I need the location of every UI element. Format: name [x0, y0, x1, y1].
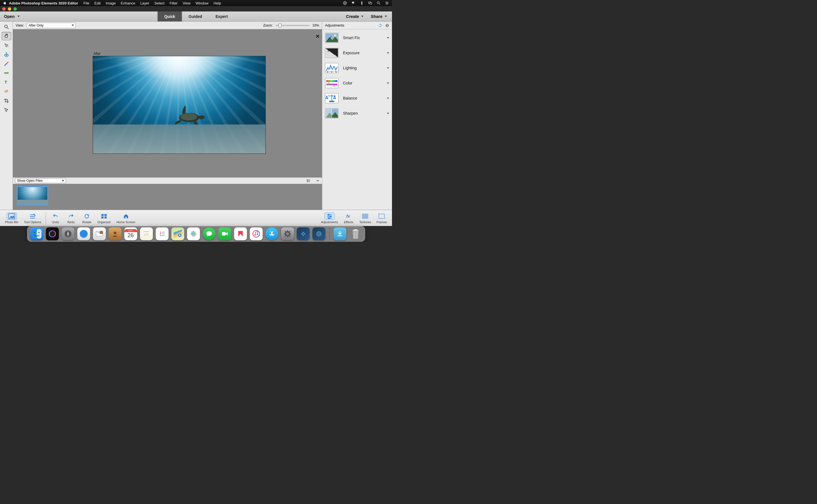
shelf-adjustments[interactable]: Adjustments	[321, 213, 338, 224]
shelf-home-screen[interactable]: Home Screen	[116, 213, 135, 224]
svg-point-36	[307, 180, 308, 181]
open-label: Open	[4, 14, 15, 19]
dock-calendar[interactable]: OCT26	[124, 227, 137, 240]
shelf-rotate[interactable]: Rotate	[82, 213, 92, 224]
svg-point-87	[49, 231, 55, 237]
window-minimize-button[interactable]	[8, 7, 11, 11]
window-maximize-button[interactable]	[13, 7, 17, 11]
svg-point-102	[160, 235, 161, 236]
type-tool[interactable]: T	[2, 78, 11, 86]
zoom-slider-thumb[interactable]	[278, 23, 282, 27]
dock-contacts[interactable]	[109, 227, 121, 240]
dock-pse-editor[interactable]	[313, 227, 325, 240]
menu-edit[interactable]: Edit	[94, 1, 100, 5]
tab-expert[interactable]: Expert	[209, 11, 235, 22]
dock-news[interactable]	[234, 227, 247, 240]
photo-bin-thumbnail[interactable]	[17, 186, 48, 205]
shelf-photo-bin[interactable]: Photo Bin	[5, 213, 18, 224]
dock-pse-organizer[interactable]	[297, 227, 310, 240]
view-select[interactable]: After Only	[27, 23, 76, 28]
svg-point-9	[386, 2, 386, 2]
svg-rect-84	[37, 229, 41, 239]
dock-app-store[interactable]	[266, 227, 278, 240]
share-button[interactable]: Share	[371, 14, 387, 19]
menu-help[interactable]: Help	[214, 1, 221, 5]
shelf-textures[interactable]: Textures	[359, 213, 371, 224]
menu-select[interactable]: Select	[154, 1, 164, 5]
dock-maps[interactable]	[171, 227, 184, 240]
open-files-select[interactable]: Show Open Files	[15, 178, 66, 183]
adj-smart-fix[interactable]: Smart Fix	[325, 33, 389, 43]
dock-downloads[interactable]	[334, 227, 346, 240]
dock-preferences[interactable]	[281, 227, 294, 240]
adj-color[interactable]: Color	[325, 78, 389, 88]
shelf-label: Organizer	[97, 220, 111, 224]
shelf-tool-options[interactable]: Tool Options	[24, 213, 41, 224]
hand-tool[interactable]	[2, 32, 11, 40]
menu-image[interactable]: Image	[105, 1, 116, 5]
photo-bin	[13, 184, 322, 210]
svg-rect-70	[104, 214, 107, 216]
menu-filter[interactable]: Filter	[170, 1, 178, 5]
open-button[interactable]: Open	[0, 14, 23, 19]
cc-icon[interactable]	[343, 1, 347, 5]
shelf-effects[interactable]: fxEffects	[344, 213, 354, 224]
spot-heal-tool[interactable]	[2, 87, 11, 96]
dock-reminders[interactable]	[156, 227, 168, 240]
close-document-button[interactable]: ✕	[316, 33, 320, 39]
shelf-undo[interactable]: Undo	[50, 213, 60, 224]
shelf-redo[interactable]: Redo	[66, 213, 76, 224]
dock-siri[interactable]	[46, 227, 59, 240]
control-center-icon[interactable]	[385, 1, 389, 5]
chevron-down-icon[interactable]	[316, 179, 320, 183]
whiten-teeth-tool[interactable]	[2, 60, 11, 68]
menu-window[interactable]: Window	[195, 1, 208, 5]
shelf-organizer[interactable]: Organizer	[97, 213, 111, 224]
dock-messages[interactable]	[203, 227, 216, 240]
document-image[interactable]	[93, 56, 266, 154]
notifications-icon[interactable]	[351, 1, 356, 5]
dock-notes[interactable]	[140, 227, 153, 240]
reset-icon[interactable]	[378, 23, 382, 27]
bluetooth-icon[interactable]	[360, 1, 364, 5]
dock-photos[interactable]	[187, 227, 200, 240]
menu-enhance[interactable]: Enhance	[121, 1, 135, 5]
adj-sharpen[interactable]: Sharpen	[325, 108, 389, 118]
spotlight-icon[interactable]	[376, 1, 381, 5]
svg-line-128	[290, 231, 290, 232]
tab-guided[interactable]: Guided	[182, 11, 209, 22]
dock-mail[interactable]	[93, 227, 106, 240]
redeye-tool[interactable]	[2, 50, 11, 59]
dock-facetime[interactable]	[219, 227, 231, 240]
apple-icon[interactable]	[3, 1, 7, 5]
create-button[interactable]: Create	[346, 14, 364, 19]
displays-icon[interactable]	[368, 1, 372, 5]
adj-exposure[interactable]: +− Exposure	[325, 48, 389, 58]
zoom-slider[interactable]	[276, 25, 310, 26]
dock-finder[interactable]	[30, 227, 43, 240]
dock-trash[interactable]	[349, 227, 362, 240]
adj-lighting[interactable]: Lighting	[325, 63, 389, 73]
tab-quick[interactable]: Quick	[158, 11, 182, 22]
menu-layer[interactable]: Layer	[140, 1, 149, 5]
shelf-frames[interactable]: Frames	[377, 213, 387, 224]
dock-launchpad[interactable]	[62, 227, 74, 240]
dock-safari[interactable]	[77, 227, 90, 240]
move-tool[interactable]	[2, 106, 11, 114]
canvas-area[interactable]: ✕ After	[13, 29, 322, 177]
dock-music[interactable]	[250, 227, 263, 240]
svg-text:fx: fx	[346, 214, 350, 218]
adj-label: Sharpen	[343, 111, 382, 116]
menu-view[interactable]: View	[182, 1, 190, 5]
adj-balance[interactable]: Balance	[325, 93, 389, 103]
zoom-tool[interactable]	[2, 23, 11, 31]
svg-point-1	[344, 2, 346, 4]
list-view-icon[interactable]	[306, 179, 311, 183]
help-icon[interactable]: ?	[385, 23, 389, 27]
straighten-tool[interactable]	[2, 69, 11, 77]
svg-point-130	[318, 233, 320, 235]
window-close-button[interactable]	[2, 7, 6, 11]
quick-select-tool[interactable]	[2, 41, 11, 50]
crop-tool[interactable]	[2, 96, 11, 105]
menu-file[interactable]: File	[83, 1, 89, 5]
